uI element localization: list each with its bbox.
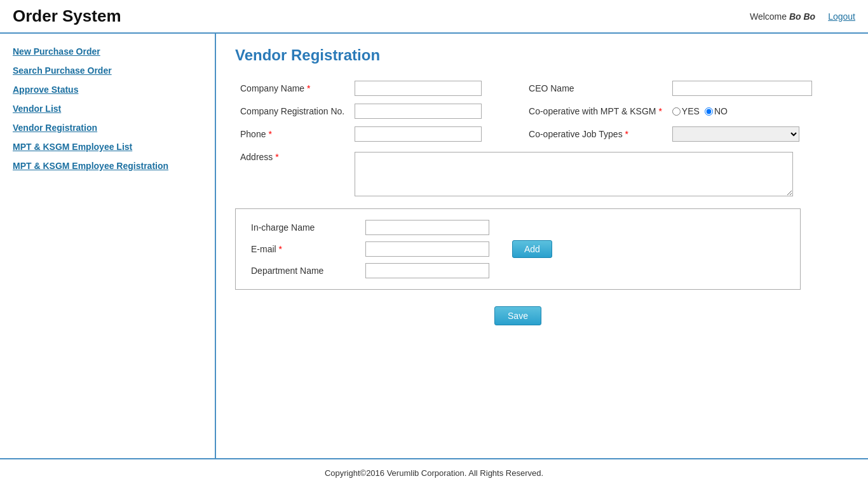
welcome-message: Welcome Bo Bo xyxy=(750,11,815,22)
sidebar-item-vendor-registration[interactable]: Vendor Registration xyxy=(13,123,202,133)
sidebar-item-mpt-ksgm-employee-list[interactable]: MPT & KSGM Employee List xyxy=(13,142,202,152)
vendor-form: Company Name * CEO Name Company Registra… xyxy=(235,77,849,202)
header-right: Welcome Bo Bo Logout xyxy=(750,11,855,22)
company-name-label: Company Name * xyxy=(235,77,349,100)
add-button[interactable]: Add xyxy=(512,240,552,258)
department-name-input[interactable] xyxy=(365,263,489,278)
cooperative-radio-group: YES NO xyxy=(672,106,844,116)
yes-radio[interactable] xyxy=(672,107,681,116)
page-title: Vendor Registration xyxy=(235,46,849,64)
header: Order System Welcome Bo Bo Logout xyxy=(0,0,868,34)
company-reg-no-input[interactable] xyxy=(355,104,482,119)
sidebar-item-vendor-list[interactable]: Vendor List xyxy=(13,104,202,114)
department-name-label: Department Name xyxy=(246,260,360,281)
app-title: Order System xyxy=(13,6,121,26)
cooperative-job-types-select[interactable] xyxy=(672,126,799,142)
sidebar-item-new-purchase-order[interactable]: New Purchase Order xyxy=(13,46,202,57)
sidebar-item-mpt-ksgm-employee-registration[interactable]: MPT & KSGM Employee Registration xyxy=(13,161,202,171)
company-name-required: * xyxy=(307,83,310,93)
sidebar-item-search-purchase-order[interactable]: Search Purchase Order xyxy=(13,65,202,76)
username: Bo Bo xyxy=(789,11,815,22)
save-row: Save xyxy=(235,300,801,332)
phone-input[interactable] xyxy=(355,126,482,142)
main-content: Vendor Registration Company Name * CEO N… xyxy=(216,34,868,458)
incharge-box: In-charge Name Add E-mail * xyxy=(235,208,801,290)
yes-radio-label[interactable]: YES xyxy=(672,106,700,116)
footer-text: Copyright©2016 Verumlib Corporation. All… xyxy=(325,468,543,478)
company-reg-no-label: Company Registration No. xyxy=(235,100,349,123)
main-layout: New Purchase Order Search Purchase Order… xyxy=(0,34,868,458)
footer: Copyright©2016 Verumlib Corporation. All… xyxy=(0,458,868,487)
company-name-input[interactable] xyxy=(355,81,482,96)
no-radio[interactable] xyxy=(705,107,713,116)
ceo-name-input[interactable] xyxy=(672,81,812,96)
email-input[interactable] xyxy=(365,241,489,257)
sidebar-item-approve-status[interactable]: Approve Status xyxy=(13,85,202,95)
save-button[interactable]: Save xyxy=(494,306,541,325)
ceo-name-label: CEO Name xyxy=(516,77,667,100)
address-textarea[interactable] xyxy=(355,152,793,196)
incharge-form-table: In-charge Name Add E-mail * xyxy=(246,217,557,281)
no-radio-label[interactable]: NO xyxy=(705,106,728,116)
incharge-name-label: In-charge Name xyxy=(246,217,360,238)
logout-link[interactable]: Logout xyxy=(828,11,855,22)
welcome-prefix: Welcome xyxy=(750,11,789,22)
sidebar: New Purchase Order Search Purchase Order… xyxy=(0,34,216,458)
incharge-name-input[interactable] xyxy=(365,220,489,235)
